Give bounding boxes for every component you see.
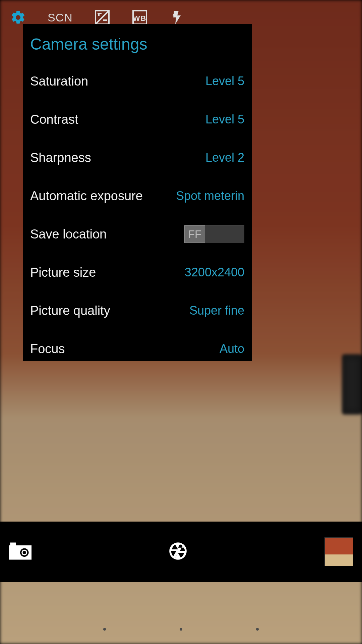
setting-picture-size[interactable]: Picture size 3200x2400 (30, 253, 244, 291)
settings-icon[interactable] (10, 9, 26, 25)
scene-mode-button[interactable]: SCN (48, 11, 73, 24)
setting-label: Sharpness (30, 151, 91, 165)
setting-save-location[interactable]: Save location FF (30, 215, 244, 253)
top-toolbar: SCN WB A (10, 9, 185, 25)
setting-label: Saturation (30, 74, 88, 89)
setting-value: 3200x2400 (185, 265, 244, 279)
setting-value: Level 5 (205, 74, 244, 88)
setting-focus[interactable]: Focus Auto (30, 330, 244, 361)
setting-label: Focus (30, 342, 65, 356)
setting-label: Contrast (30, 112, 78, 127)
setting-value: Level 5 (205, 112, 244, 126)
setting-label: Picture size (30, 265, 96, 280)
setting-automatic-exposure[interactable]: Automatic exposure Spot meterin (30, 177, 244, 215)
setting-value: Super fine (189, 304, 244, 318)
setting-label: Automatic exposure (30, 189, 143, 203)
save-location-toggle[interactable]: FF (184, 225, 244, 243)
setting-label: Save location (30, 227, 107, 241)
setting-value: Level 2 (205, 151, 244, 165)
setting-label: Picture quality (30, 304, 110, 318)
dialog-title: Camera settings (30, 32, 244, 62)
exposure-icon[interactable] (94, 9, 110, 25)
setting-sharpness[interactable]: Sharpness Level 2 (30, 139, 244, 177)
white-balance-icon[interactable]: WB (132, 9, 148, 25)
setting-saturation[interactable]: Saturation Level 5 (30, 62, 244, 100)
flash-icon[interactable]: A (169, 9, 185, 25)
toggle-knob: FF (184, 225, 205, 243)
svg-text:A: A (173, 10, 178, 17)
setting-value: Spot meterin (176, 189, 244, 203)
setting-value: Auto (220, 342, 244, 356)
setting-contrast[interactable]: Contrast Level 5 (30, 100, 244, 139)
setting-picture-quality[interactable]: Picture quality Super fine (30, 291, 244, 330)
camera-settings-dialog: Camera settings Saturation Level 5 Contr… (23, 24, 252, 361)
svg-text:WB: WB (133, 14, 146, 22)
